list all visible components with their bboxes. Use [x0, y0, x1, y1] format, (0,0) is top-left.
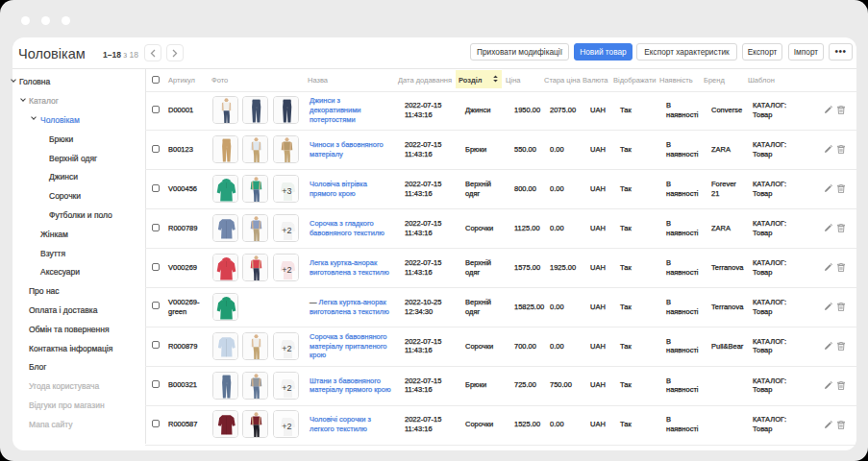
svg-text:+3: +3 — [282, 186, 291, 196]
svg-text:+2: +2 — [282, 343, 291, 352]
svg-text:+2: +2 — [282, 422, 291, 431]
svg-text:+2: +2 — [282, 226, 291, 235]
svg-text:+2: +2 — [282, 382, 291, 392]
svg-text:+2: +2 — [282, 264, 291, 274]
